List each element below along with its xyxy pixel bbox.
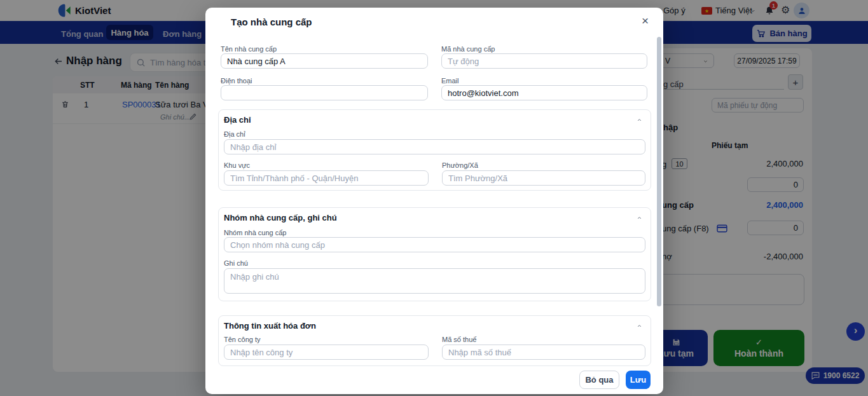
modal-scrollbar[interactable] — [657, 37, 661, 306]
screen: KiotViet Góp ý ★ Tiếng Việt 1 ⚙ Tổng qua… — [0, 0, 868, 396]
group-section-title: Nhóm nhà cung cấp, ghi chú — [224, 213, 337, 222]
modal-title: Tạo nhà cung cấp — [231, 17, 312, 27]
supplier-name-input[interactable] — [221, 53, 428, 69]
address-section: Địa chỉ Địa chỉ Khu vực Phường/Xã — [218, 109, 651, 191]
phone-label: Điện thoại — [221, 77, 252, 85]
group-label: Nhóm nhà cung cấp — [224, 229, 286, 236]
region-label: Khu vực — [224, 161, 250, 169]
group-input[interactable] — [224, 237, 645, 252]
invoice-info-section: Thông tin xuất hóa đơn Tên công ty Mã số… — [218, 315, 651, 366]
skip-button[interactable]: Bỏ qua — [579, 371, 619, 389]
company-label: Tên công ty — [224, 336, 260, 343]
close-icon[interactable]: × — [642, 14, 649, 28]
tax-code-label: Mã số thuế — [442, 336, 476, 343]
chevron-up-icon[interactable] — [636, 324, 643, 329]
chevron-up-icon[interactable] — [636, 118, 643, 123]
email-label: Email — [441, 77, 459, 85]
note-textarea[interactable] — [224, 268, 645, 294]
phone-input[interactable] — [221, 85, 428, 100]
supplier-code-input[interactable] — [441, 53, 647, 69]
chevron-up-icon[interactable] — [636, 215, 643, 221]
address-input[interactable] — [224, 139, 645, 154]
region-input[interactable] — [224, 170, 429, 186]
email-input[interactable] — [441, 85, 647, 100]
save-button[interactable]: Lưu — [626, 371, 651, 389]
group-note-section: Nhóm nhà cung cấp, ghi chú Nhóm nhà cung… — [218, 207, 651, 301]
note-label: Ghi chú — [224, 259, 248, 267]
supplier-code-label: Mã nhà cung cấp — [441, 45, 495, 53]
address-label: Địa chỉ — [224, 130, 245, 138]
supplier-name-label: Tên nhà cung cấp — [221, 45, 277, 53]
ward-input[interactable] — [442, 170, 645, 186]
address-section-title: Địa chỉ — [224, 115, 251, 125]
company-input[interactable] — [224, 345, 429, 360]
tax-code-input[interactable] — [442, 345, 645, 360]
invoice-section-title: Thông tin xuất hóa đơn — [224, 321, 316, 331]
create-supplier-modal: Tạo nhà cung cấp × Tên nhà cung cấp Mã n… — [205, 8, 663, 394]
ward-label: Phường/Xã — [442, 161, 478, 169]
